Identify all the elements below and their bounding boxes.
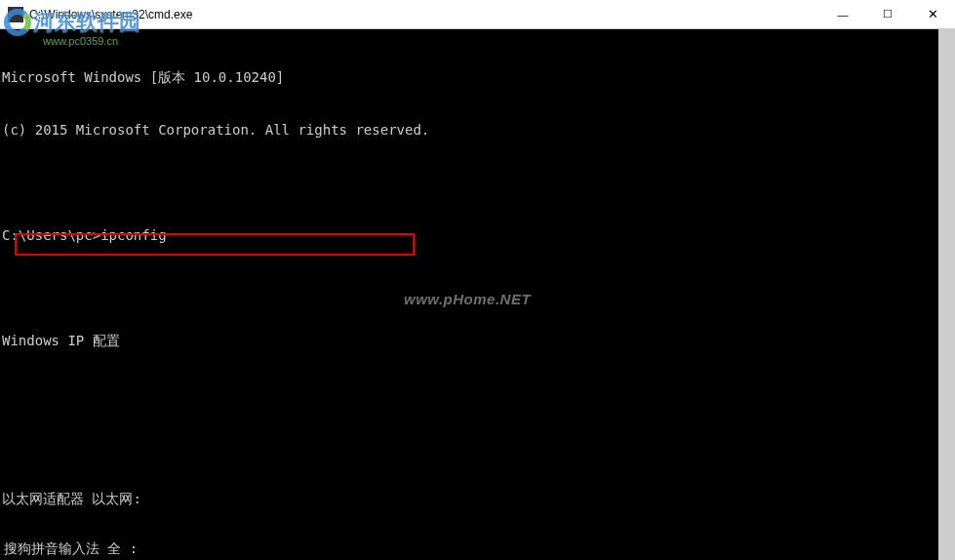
terminal-line: [2, 174, 953, 191]
terminal-line: 以太网适配器 以太网:: [2, 490, 953, 507]
terminal-line: C:\Users\pc>ipconfig: [2, 226, 953, 244]
window-titlebar: C:\Windows\system32\cmd.exe — ☐ ✕: [0, 0, 955, 29]
minimize-button[interactable]: —: [820, 0, 865, 29]
ime-status-bar: 搜狗拼音输入法 全 :: [0, 539, 141, 560]
vertical-scrollbar[interactable]: [938, 29, 955, 560]
window-title: C:\Windows\system32\cmd.exe: [29, 8, 820, 21]
terminal-line: [2, 542, 953, 560]
scrollbar-thumb[interactable]: [938, 29, 955, 560]
terminal-line: [2, 437, 953, 455]
terminal-output[interactable]: Microsoft Windows [版本 10.0.10240] (c) 20…: [0, 29, 955, 540]
terminal-line: [2, 384, 953, 402]
terminal-line: (c) 2015 Microsoft Corporation. All righ…: [2, 121, 953, 139]
cmd-icon: [8, 7, 23, 22]
maximize-button[interactable]: ☐: [865, 0, 910, 29]
terminal-line: Windows IP 配置: [2, 332, 953, 349]
terminal-line: Microsoft Windows [版本 10.0.10240]: [2, 68, 953, 86]
terminal-line: [2, 279, 953, 297]
close-button[interactable]: ✕: [910, 0, 955, 29]
